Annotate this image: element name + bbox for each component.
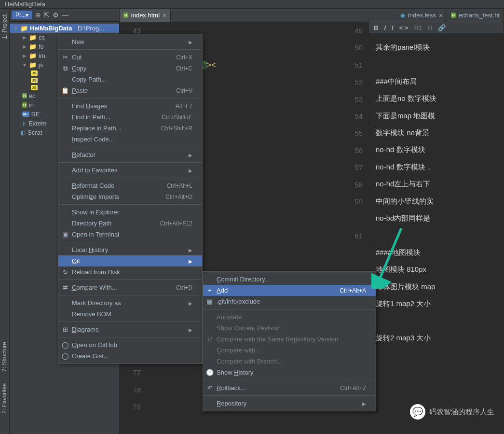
menu-item[interactable]: ◯Create Gist... (58, 350, 202, 362)
menu-item[interactable]: ⧉CopyCtrl+C (58, 63, 202, 74)
menu-item[interactable]: ⇄Compare with the Same Repository Versio… (203, 334, 376, 345)
menu-item[interactable]: Directory PathCtrl+Alt+F12 (58, 218, 202, 229)
code-icon[interactable]: < > (399, 24, 409, 31)
menu-item[interactable]: Mark Directory as ▶ (58, 297, 202, 308)
menu-item[interactable]: Remove BOM (58, 308, 202, 320)
h-icon[interactable]: H (428, 24, 432, 31)
menu-item[interactable]: ↶Rollback...Ctrl+Alt+Z (203, 382, 376, 393)
bold-icon[interactable]: B (374, 24, 378, 31)
code-right[interactable]: 其余的panel模块 ###中间布局上面是no 数字模块下面是map 地图模数字… (376, 39, 436, 346)
editor-right[interactable]: B I I < > H1 H 🔗 其余的panel模块 ###中间布局上面是no… (369, 22, 504, 434)
target-icon[interactable]: ⊕ (35, 11, 41, 19)
left-gutter-tabs: 1: Project 7: Structure 2: Favorites (0, 9, 10, 434)
menu-item[interactable]: Find UsagesAlt+F7 (58, 100, 202, 112)
gutter-right-split: 4950515253545556575859 61 (347, 22, 368, 244)
menu-item[interactable]: 📋PasteCtrl+V (58, 85, 202, 96)
menu-item[interactable]: Find in Path...Ctrl+Shift+F (58, 112, 202, 123)
menu-item[interactable]: Add to Favorites ▶ (58, 165, 202, 176)
project-dropdown[interactable]: Pr...▾ (12, 11, 32, 19)
menu-item[interactable]: Git ▶ (58, 255, 202, 266)
italic2-icon[interactable]: I (392, 24, 394, 31)
close-icon[interactable]: × (439, 12, 443, 19)
context-menu-git: Commit Directory...+AddCtrl+Alt+A▤.git/i… (203, 271, 376, 411)
markdown-format-bar: B I I < > H1 H 🔗 (369, 22, 504, 34)
gear-icon[interactable]: ⚙ (53, 11, 59, 19)
menu-item[interactable]: Show in Explorer (58, 207, 202, 218)
tab-index-html[interactable]: Hindex.html× (120, 9, 171, 22)
menu-item[interactable]: Reformat CodeCtrl+Alt+L (58, 180, 202, 191)
menu-item[interactable]: ◯Open on GitHub (58, 339, 202, 350)
less-icon: ◆ (400, 12, 405, 19)
menu-item[interactable]: New ▶ (58, 36, 202, 47)
menu-item[interactable]: ✂CutCtrl+X (58, 52, 202, 63)
menu-item[interactable]: Commit Directory... (203, 274, 376, 285)
menu-item[interactable]: ⊞Diagrams ▶ (58, 324, 202, 335)
menu-item[interactable]: +AddCtrl+Alt+A (203, 285, 376, 296)
hide-icon[interactable]: — (62, 11, 68, 19)
menu-item[interactable]: Inspect Code... (58, 134, 202, 145)
menu-item[interactable]: ▣Open in Terminal (58, 229, 202, 240)
menu-item[interactable]: Optimize ImportsCtrl+Alt+O (58, 191, 202, 202)
h1-icon[interactable]: H1 (414, 24, 422, 31)
menu-item[interactable]: Copy Path... (58, 74, 202, 85)
wechat-icon: 💬 (410, 404, 425, 420)
italic-icon[interactable]: I (384, 24, 386, 31)
menu-item[interactable]: Compare with Branch... (203, 356, 376, 367)
close-icon[interactable]: × (163, 12, 166, 19)
tab-project[interactable]: 1: Project (0, 9, 9, 45)
menu-item[interactable]: Annotate (203, 311, 376, 322)
menu-item[interactable]: Local History ▶ (58, 244, 202, 255)
tab-echarts[interactable]: Hecharts_test.ht (447, 9, 504, 22)
tab-structure[interactable]: 7: Structure (0, 336, 9, 378)
tab-favorites[interactable]: 2: Favorites (0, 378, 9, 420)
menu-item[interactable]: Compare with... (203, 345, 376, 356)
editor-tab-bar: Hindex.html× ◆index.less× Hecharts_test.… (120, 9, 504, 22)
tab-index-less[interactable]: ◆index.less× (396, 9, 447, 22)
menu-item[interactable]: ⇄Compare With...Ctrl+D (58, 282, 202, 293)
project-panel-header: Pr...▾ ⊕ ⇱ ⚙ — (10, 9, 119, 22)
html-icon: H (123, 13, 128, 18)
context-menu-main: New ▶✂CutCtrl+X⧉CopyCtrl+CCopy Path...📋P… (58, 34, 203, 364)
menu-item[interactable]: 🕐Show History (203, 367, 376, 378)
menu-item[interactable]: Replace in Path...Ctrl+Shift+R (58, 123, 202, 134)
menu-item[interactable]: Repository ▶ (203, 398, 376, 409)
link-icon[interactable]: 🔗 (438, 24, 446, 31)
watermark: 💬 码农智涵的程序人生 (410, 404, 494, 420)
menu-item[interactable]: Show Current Revision (203, 322, 376, 334)
title-bar: HeiMaBigData (0, 0, 504, 9)
html-icon: H (451, 13, 456, 18)
expand-icon[interactable]: ⇱ (44, 11, 50, 19)
menu-item[interactable]: ↻Reload from Disk (58, 266, 202, 278)
tree-root[interactable]: ▼📁HeiMaBigData D:\Prog... (10, 24, 119, 33)
menu-item[interactable]: ▤.git/info/exclude (203, 296, 376, 307)
menu-item[interactable]: Refactor ▶ (58, 149, 202, 160)
